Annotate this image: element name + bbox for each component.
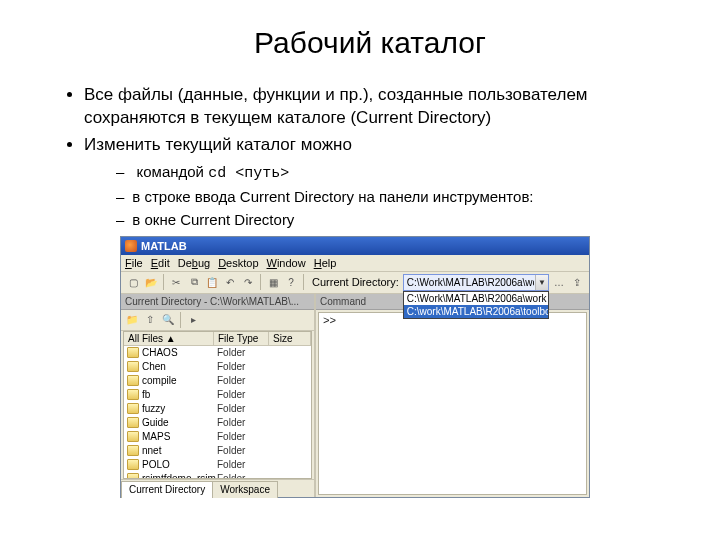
command-window[interactable]: >> bbox=[318, 312, 587, 495]
menu-debug[interactable]: Debug bbox=[178, 257, 210, 269]
file-type: Folder bbox=[217, 347, 272, 358]
file-name: MAPS bbox=[142, 431, 217, 442]
slide-title: Рабочий каталог bbox=[60, 26, 680, 60]
grid-header[interactable]: All Files ▲ File Type Size bbox=[124, 332, 311, 346]
up-icon[interactable]: ⇪ bbox=[569, 274, 585, 290]
cd-mini-toolbar: 📁 ⇧ 🔍 ▸ bbox=[121, 310, 314, 331]
bullet-list: Все файлы (данные, функции и пр.), созда… bbox=[60, 84, 680, 230]
file-type: Folder bbox=[217, 361, 272, 372]
sub-1: командой cd <путь> bbox=[116, 161, 680, 184]
file-type: Folder bbox=[217, 431, 272, 442]
file-name: POLO bbox=[142, 459, 217, 470]
new-folder-icon[interactable]: 📁 bbox=[124, 312, 140, 328]
tabstrip: Current Directory Workspace bbox=[121, 479, 314, 497]
tab-workspace[interactable]: Workspace bbox=[212, 481, 278, 498]
table-row[interactable]: nnetFolder bbox=[124, 444, 311, 458]
file-name: Chen bbox=[142, 361, 217, 372]
undo-icon[interactable]: ↶ bbox=[222, 274, 238, 290]
file-name: compile bbox=[142, 375, 217, 386]
file-name: rsimtfdemo_rsim_rtw bbox=[142, 473, 217, 478]
table-row[interactable]: ChenFolder bbox=[124, 360, 311, 374]
sub-list: командой cd <путь> в строке ввода Curren… bbox=[84, 161, 680, 230]
redo-icon[interactable]: ↷ bbox=[240, 274, 256, 290]
menu-window[interactable]: Window bbox=[267, 257, 306, 269]
file-name: fb bbox=[142, 389, 217, 400]
matlab-icon bbox=[125, 240, 137, 252]
prompt: >> bbox=[323, 315, 336, 327]
table-row[interactable]: rsimtfdemo_rsim_rtwFolder bbox=[124, 472, 311, 478]
cd-option-1[interactable]: C:\work\MATLAB\R2006a\toolbox\matlab\uit… bbox=[404, 305, 548, 318]
window-title: MATLAB bbox=[141, 240, 585, 252]
col-name[interactable]: All Files ▲ bbox=[124, 332, 214, 345]
folder-icon bbox=[127, 347, 139, 358]
current-directory-pane: Current Directory - C:\Work\MATLAB\... 📁… bbox=[121, 294, 316, 497]
file-type: Folder bbox=[217, 445, 272, 456]
menu-help[interactable]: Help bbox=[314, 257, 337, 269]
file-name: Guide bbox=[142, 417, 217, 428]
paste-icon[interactable]: 📋 bbox=[204, 274, 220, 290]
titlebar[interactable]: MATLAB bbox=[121, 237, 589, 255]
sub-3: в окне Current Directory bbox=[116, 209, 680, 230]
file-type: Folder bbox=[217, 417, 272, 428]
col-type[interactable]: File Type bbox=[214, 332, 269, 345]
menu-file[interactable]: File bbox=[125, 257, 143, 269]
cd-pane-header: Current Directory - C:\Work\MATLAB\... bbox=[121, 294, 314, 310]
menu-desktop[interactable]: Desktop bbox=[218, 257, 258, 269]
cd-option-0[interactable]: C:\Work\MATLAB\R2006a\work bbox=[404, 292, 548, 305]
file-type: Folder bbox=[217, 403, 272, 414]
folder-icon bbox=[127, 431, 139, 442]
table-row[interactable]: CHAOSFolder bbox=[124, 346, 311, 360]
grid-body[interactable]: CHAOSFolderChenFoldercompileFolderfbFold… bbox=[124, 346, 311, 478]
find-icon[interactable]: 🔍 bbox=[160, 312, 176, 328]
col-size[interactable]: Size bbox=[269, 332, 311, 345]
chevron-down-icon[interactable]: ▼ bbox=[535, 275, 548, 290]
bullet-2: Изменить текущий каталог можно командой … bbox=[84, 134, 680, 230]
open-icon[interactable]: 📂 bbox=[143, 274, 159, 290]
tab-current-directory[interactable]: Current Directory bbox=[121, 481, 213, 498]
bullet-1: Все файлы (данные, функции и пр.), созда… bbox=[84, 84, 680, 130]
cd-combo[interactable]: ▼ C:\Work\MATLAB\R2006a\work C:\work\MAT… bbox=[403, 274, 549, 291]
file-type: Folder bbox=[217, 375, 272, 386]
folder-icon bbox=[127, 361, 139, 372]
separator bbox=[303, 274, 304, 290]
command-pane: Command >> bbox=[316, 294, 589, 497]
file-grid[interactable]: All Files ▲ File Type Size CHAOSFolderCh… bbox=[123, 331, 312, 479]
file-name: CHAOS bbox=[142, 347, 217, 358]
code-cd: cd <путь> bbox=[208, 165, 289, 182]
folder-icon bbox=[127, 445, 139, 456]
folder-icon bbox=[127, 459, 139, 470]
separator bbox=[180, 312, 181, 328]
table-row[interactable]: fbFolder bbox=[124, 388, 311, 402]
file-type: Folder bbox=[217, 473, 272, 478]
table-row[interactable]: GuideFolder bbox=[124, 416, 311, 430]
cd-input[interactable] bbox=[403, 274, 549, 291]
action-icon[interactable]: ▸ bbox=[185, 312, 201, 328]
cut-icon[interactable]: ✂ bbox=[168, 274, 184, 290]
table-row[interactable]: MAPSFolder bbox=[124, 430, 311, 444]
folder-icon bbox=[127, 473, 139, 478]
file-name: fuzzy bbox=[142, 403, 217, 414]
file-type: Folder bbox=[217, 389, 272, 400]
sub-2: в строке ввода Current Directory на пане… bbox=[116, 186, 680, 207]
table-row[interactable]: fuzzyFolder bbox=[124, 402, 311, 416]
separator bbox=[260, 274, 261, 290]
up-folder-icon[interactable]: ⇧ bbox=[142, 312, 158, 328]
menubar: File Edit Debug Desktop Window Help bbox=[121, 255, 589, 272]
cd-label: Current Directory: bbox=[312, 276, 399, 288]
folder-icon bbox=[127, 375, 139, 386]
matlab-window: MATLAB File Edit Debug Desktop Window He… bbox=[120, 236, 590, 498]
browse-icon[interactable]: … bbox=[551, 274, 567, 290]
table-row[interactable]: POLOFolder bbox=[124, 458, 311, 472]
cd-dropdown[interactable]: C:\Work\MATLAB\R2006a\work C:\work\MATLA… bbox=[403, 291, 549, 319]
folder-icon bbox=[127, 417, 139, 428]
help-icon[interactable]: ? bbox=[283, 274, 299, 290]
simulink-icon[interactable]: ▦ bbox=[265, 274, 281, 290]
table-row[interactable]: compileFolder bbox=[124, 374, 311, 388]
folder-icon bbox=[127, 403, 139, 414]
workarea: Current Directory - C:\Work\MATLAB\... 📁… bbox=[121, 294, 589, 497]
copy-icon[interactable]: ⧉ bbox=[186, 274, 202, 290]
toolbar: ▢ 📂 ✂ ⧉ 📋 ↶ ↷ ▦ ? Current Directory: ▼ C… bbox=[121, 272, 589, 294]
new-icon[interactable]: ▢ bbox=[125, 274, 141, 290]
menu-edit[interactable]: Edit bbox=[151, 257, 170, 269]
folder-icon bbox=[127, 389, 139, 400]
